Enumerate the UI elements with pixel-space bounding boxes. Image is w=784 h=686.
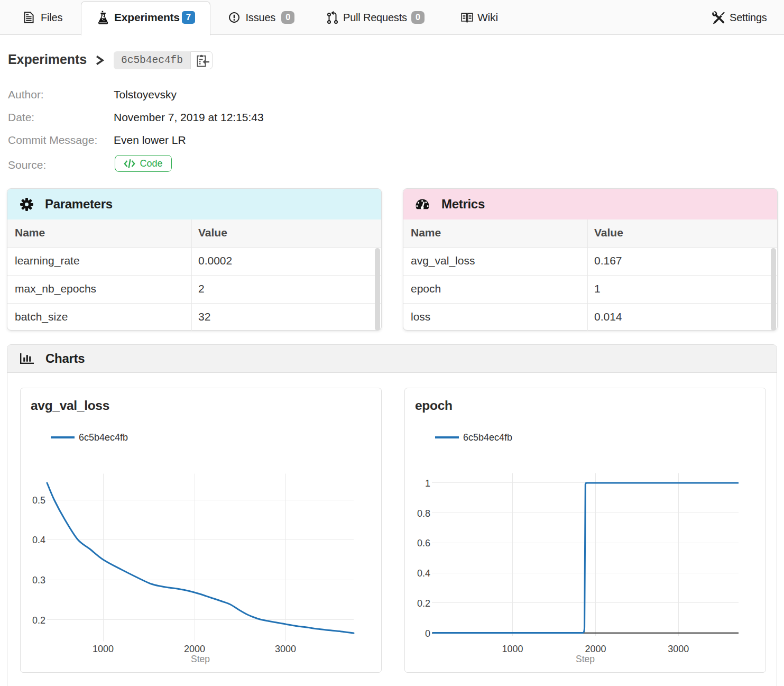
svg-text:0.2: 0.2 [417, 598, 430, 609]
svg-text:Step: Step [576, 654, 595, 664]
svg-text:Step: Step [191, 654, 210, 664]
svg-text:0: 0 [425, 628, 430, 639]
svg-text:1000: 1000 [93, 644, 114, 654]
svg-text:3000: 3000 [275, 644, 296, 654]
svg-text:2000: 2000 [585, 644, 606, 654]
svg-text:0.8: 0.8 [417, 508, 430, 519]
svg-text:0.6: 0.6 [417, 538, 430, 548]
svg-text:0.4: 0.4 [417, 568, 430, 579]
svg-text:2000: 2000 [184, 644, 205, 654]
svg-text:0.3: 0.3 [32, 575, 45, 586]
svg-text:1: 1 [425, 478, 430, 489]
svg-text:0.4: 0.4 [32, 535, 45, 545]
svg-text:0.2: 0.2 [32, 615, 45, 626]
svg-text:1000: 1000 [502, 644, 523, 654]
svg-text:0.5: 0.5 [32, 495, 45, 506]
svg-text:3000: 3000 [668, 644, 689, 654]
